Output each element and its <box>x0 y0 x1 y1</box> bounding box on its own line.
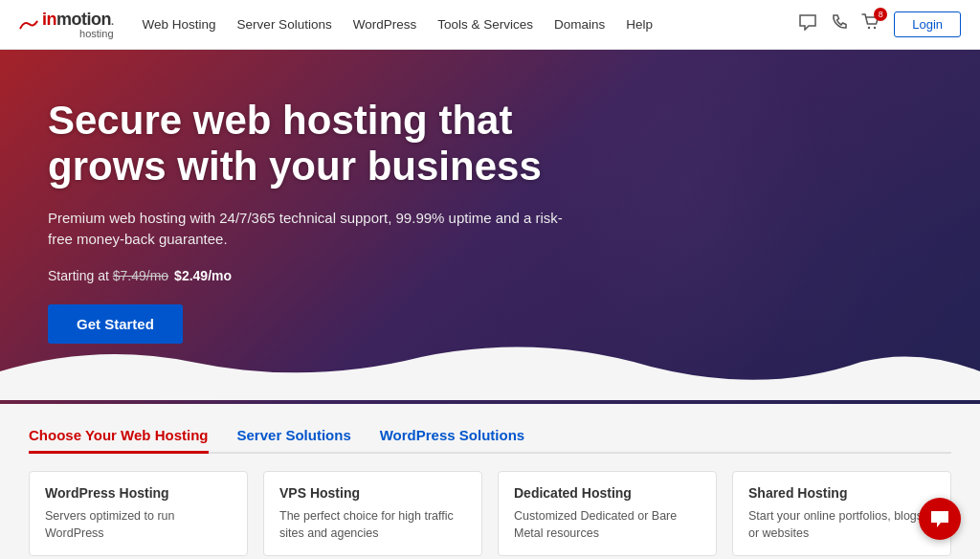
hosting-cards: WordPress Hosting Servers optimized to r… <box>29 471 951 556</box>
card-shared-desc: Start your online portfolios, blogs, or … <box>748 508 935 542</box>
logo-text: inmotion. hosting <box>42 11 114 39</box>
nav-server-solutions[interactable]: Server Solutions <box>237 17 332 32</box>
cart-count: 8 <box>874 8 887 21</box>
hero-subtitle: Premium web hosting with 24/7/365 techni… <box>48 208 584 251</box>
nav-web-hosting[interactable]: Web Hosting <box>143 17 216 32</box>
card-dedicated-hosting[interactable]: Dedicated Hosting Customized Dedicated o… <box>498 471 717 556</box>
logo-icon <box>19 19 38 31</box>
card-shared-title: Shared Hosting <box>748 485 935 501</box>
wave-decoration <box>0 343 980 404</box>
chat-bubble-button[interactable] <box>919 498 961 540</box>
logo: inmotion. hosting <box>19 11 114 39</box>
card-vps-title: VPS Hosting <box>279 485 466 501</box>
card-wordpress-title: WordPress Hosting <box>45 485 232 501</box>
logo-brand: inmotion. <box>42 11 114 28</box>
login-button[interactable]: Login <box>894 11 961 37</box>
cart-icon[interactable]: 8 <box>861 13 880 35</box>
price-old: $7.49/mo <box>113 268 168 283</box>
tab-server-solutions[interactable]: Server Solutions <box>237 427 351 454</box>
card-dedicated-title: Dedicated Hosting <box>514 485 701 501</box>
header: inmotion. hosting Web Hosting Server Sol… <box>0 0 980 50</box>
chat-bubble-icon <box>929 509 950 528</box>
pricing-prefix: Starting at <box>48 268 109 283</box>
hero-section: Secure web hosting that grows with your … <box>0 50 980 404</box>
card-dedicated-desc: Customized Dedicated or Bare Metal resou… <box>514 508 701 542</box>
nav-wordpress[interactable]: WordPress <box>353 17 417 32</box>
hero-title: Secure web hosting that grows with your … <box>48 98 603 190</box>
nav-domains[interactable]: Domains <box>554 17 605 32</box>
phone-icon[interactable] <box>831 13 848 35</box>
card-vps-hosting[interactable]: VPS Hosting The perfect choice for high … <box>263 471 482 556</box>
card-wordpress-hosting[interactable]: WordPress Hosting Servers optimized to r… <box>29 471 248 556</box>
hero-pricing: Starting at $7.49/mo$2.49/mo <box>48 268 603 283</box>
nav-help[interactable]: Help <box>626 17 653 32</box>
tab-wordpress-solutions[interactable]: WordPress Solutions <box>380 427 524 454</box>
hero-content: Secure web hosting that grows with your … <box>0 50 651 372</box>
chat-icon[interactable] <box>798 13 817 35</box>
svg-point-0 <box>868 27 870 29</box>
card-wordpress-desc: Servers optimized to run WordPress <box>45 508 232 542</box>
header-icons: 8 Login <box>798 11 961 37</box>
logo-sub: hosting <box>42 29 114 39</box>
svg-point-1 <box>874 27 876 29</box>
price-new: $2.49/mo <box>174 268 232 283</box>
nav-tools-services[interactable]: Tools & Services <box>437 17 533 32</box>
card-vps-desc: The perfect choice for high traffic site… <box>279 508 466 542</box>
hosting-tabs: Choose Your Web Hosting Server Solutions… <box>29 427 951 454</box>
tab-web-hosting[interactable]: Choose Your Web Hosting <box>29 427 209 454</box>
main-nav: Web Hosting Server Solutions WordPress T… <box>143 17 799 32</box>
bottom-section: Choose Your Web Hosting Server Solutions… <box>0 404 980 559</box>
get-started-button[interactable]: Get Started <box>48 304 183 344</box>
